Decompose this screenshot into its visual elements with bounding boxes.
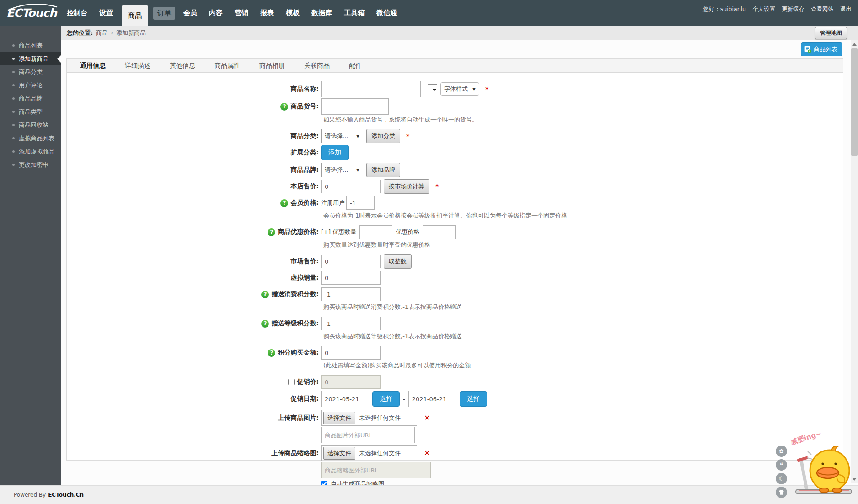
nav-database[interactable]: 数据库 (306, 0, 338, 26)
pick-end-date-button[interactable]: 选择 (460, 391, 487, 407)
round-int-button[interactable]: 取整数 (384, 254, 412, 269)
tab-goods-attr[interactable]: 商品属性 (205, 59, 250, 72)
market-price-input[interactable] (321, 255, 381, 268)
weibo-icon[interactable]: ✿ (776, 446, 787, 457)
sidebar-item-change-encrypt-key[interactable]: 更改加密串 (0, 158, 61, 171)
nav-goods[interactable]: 商品 (122, 5, 148, 26)
tab-goods-gallery[interactable]: 商品相册 (250, 59, 295, 72)
virtual-sales-input[interactable] (321, 271, 381, 285)
nav-templates[interactable]: 模板 (280, 0, 306, 26)
help-icon[interactable]: ? (261, 291, 269, 298)
link-refresh-cache[interactable]: 更新缓存 (782, 5, 804, 13)
row-ext-category: 扩展分类: 添加 (67, 145, 843, 160)
vertical-scrollbar[interactable] (851, 40, 858, 483)
tab-general-info[interactable]: 通用信息 (70, 59, 115, 72)
add-brand-button[interactable]: 添加品牌 (366, 163, 400, 177)
give-integral-label: 赠送消费积分数: (271, 290, 319, 298)
nav-orders[interactable]: 订单 (153, 7, 175, 20)
scrollbar-thumb[interactable] (851, 48, 858, 156)
promote-end-date-input[interactable] (408, 391, 456, 407)
tab-related-goods[interactable]: 关联商品 (295, 59, 339, 72)
tshirt-icon[interactable] (776, 487, 787, 498)
nav-settings[interactable]: 设置 (93, 0, 119, 26)
help-icon[interactable]: ? (268, 349, 275, 357)
goods-name-input[interactable] (321, 81, 421, 97)
goods-img-file-input[interactable]: 选择文件 未选择任何文件 (321, 410, 417, 426)
nav-content[interactable]: 内容 (203, 0, 229, 26)
category-select[interactable]: 请选择...▼ (321, 129, 363, 143)
nav-marketing[interactable]: 营销 (229, 0, 254, 26)
link-logout[interactable]: 退出 (840, 5, 852, 13)
add-ext-category-button[interactable]: 添加 (321, 145, 349, 160)
scroll-up-icon[interactable] (852, 43, 857, 46)
sidebar-item-goods-brand[interactable]: 商品品牌 (0, 92, 61, 105)
moon-icon[interactable]: ☾ (776, 473, 787, 484)
sidebar-item-goods-list[interactable]: 商品列表 (0, 39, 61, 52)
help-icon[interactable]: ? (268, 228, 275, 236)
row-goods-thumb: 上传商品缩略图: 选择文件 未选择任何文件 ✕ (67, 445, 843, 461)
powered-by-text: Powered By (14, 492, 46, 498)
add-category-button[interactable]: 添加分类 (366, 129, 400, 143)
choose-file-button[interactable]: 选择文件 (323, 447, 355, 460)
choose-file-button[interactable]: 选择文件 (323, 412, 355, 424)
goods-img-url-input[interactable] (321, 427, 415, 443)
promote-enable-checkbox[interactable] (288, 379, 295, 385)
remove-goods-thumb-icon[interactable]: ✕ (424, 449, 430, 457)
comment-icon[interactable]: ❝ (776, 459, 787, 471)
link-view-shop[interactable]: 查看网站 (811, 5, 834, 13)
font-style-select[interactable]: 字体样式▼ (440, 82, 479, 96)
user-price-help: 会员价格为-1时表示会员价格按会员等级折扣率计算。你也可以为每个等级指定一个固定… (323, 212, 843, 220)
brand-select[interactable]: 请选择...▼ (321, 163, 363, 177)
volume-qty-input[interactable] (359, 225, 392, 239)
goods-thumb-url-input[interactable] (321, 462, 431, 478)
promote-start-date-input[interactable] (321, 391, 369, 407)
sidebar-item-label: 用户评论 (19, 81, 43, 90)
nav-wechat[interactable]: 微信通 (370, 0, 403, 26)
nav-console[interactable]: 控制台 (61, 0, 93, 26)
goods-sn-help: 如果您不输入商品货号，系统将自动生成一个唯一的货号。 (323, 116, 843, 124)
chevron-down-icon: ▼ (472, 87, 476, 91)
integral-input[interactable] (321, 346, 381, 360)
goods-thumb-file-input[interactable]: 选择文件 未选择任何文件 (321, 445, 417, 461)
sidebar-item-user-comments[interactable]: 用户评论 (0, 79, 61, 92)
calc-by-market-button[interactable]: 按市场价计算 (384, 179, 429, 194)
manage-map-button[interactable]: 管理地图 (815, 27, 847, 39)
shop-price-input[interactable] (321, 180, 381, 193)
remove-goods-img-icon[interactable]: ✕ (424, 414, 430, 422)
tab-detail-desc[interactable]: 详细描述 (115, 59, 160, 72)
row-goods-name: 商品名称: 字体样式▼ * (67, 81, 843, 97)
sidebar-item-goods-category[interactable]: 商品分类 (0, 65, 61, 79)
breadcrumb-goods[interactable]: 商品 (96, 29, 107, 37)
nav-reports[interactable]: 报表 (254, 0, 280, 26)
row-volume-price: ?商品优惠价格: [+] 优惠数量 优惠价格 (67, 224, 843, 240)
user-price-input[interactable] (346, 196, 375, 210)
goods-list-button[interactable]: 商品列表 (801, 42, 842, 56)
help-icon[interactable]: ? (280, 103, 288, 111)
goods-sn-input[interactable] (321, 98, 389, 115)
sidebar-item-add-goods[interactable]: 添加新商品 (0, 52, 61, 65)
sidebar-item-goods-recycle[interactable]: 商品回收站 (0, 118, 61, 132)
help-icon[interactable]: ? (280, 199, 288, 207)
tab-accessories[interactable]: 配件 (339, 59, 371, 72)
help-icon[interactable]: ? (261, 320, 269, 328)
footer-brand-link[interactable]: ECTouch.Cn (48, 492, 84, 498)
link-personal-settings[interactable]: 个人设置 (752, 5, 775, 13)
row-promote-date: 促销日期: 选择 - 选择 (67, 391, 843, 407)
sidebar-item-goods-type[interactable]: 商品类型 (0, 105, 61, 118)
file-status-text: 未选择任何文件 (359, 414, 401, 422)
form-tabs: 通用信息 详细描述 其他信息 商品属性 商品相册 关联商品 配件 (67, 59, 843, 73)
nav-members[interactable]: 会员 (177, 0, 203, 26)
pick-start-date-button[interactable]: 选择 (372, 391, 400, 407)
app-logo[interactable]: ECTouch (0, 0, 61, 26)
rank-integral-input[interactable] (321, 317, 381, 330)
tab-other-info[interactable]: 其他信息 (160, 59, 205, 72)
volume-amount-input[interactable] (423, 225, 456, 239)
color-picker-icon[interactable] (428, 84, 437, 94)
duck-mascot-image (788, 433, 856, 501)
give-integral-input[interactable] (321, 287, 381, 301)
promote-price-input[interactable] (321, 375, 381, 389)
sidebar-item-virtual-goods-list[interactable]: 虚拟商品列表 (0, 132, 61, 145)
sidebar-item-add-virtual-goods[interactable]: 添加虚拟商品 (0, 145, 61, 158)
sidebar-item-label: 添加新商品 (19, 55, 48, 63)
nav-toolbox[interactable]: 工具箱 (338, 0, 370, 26)
